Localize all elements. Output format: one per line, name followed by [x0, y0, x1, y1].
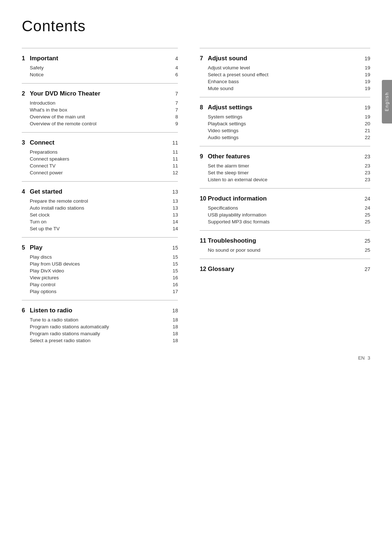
sub-item: Overview of the remote control9: [22, 120, 178, 127]
sub-item-page: 8: [169, 114, 178, 119]
sub-item: No sound or poor sound25: [200, 247, 370, 254]
sub-item-title: Playback settings: [208, 121, 362, 126]
sub-item: Set the sleep timer23: [200, 169, 370, 176]
sub-item-title: Notice: [30, 72, 169, 77]
sub-item: Preparations11: [22, 149, 178, 155]
footer-lang: EN: [358, 355, 365, 361]
section-page-4: 13: [169, 189, 178, 195]
section-2: 2Your DVD Micro Theater7Introduction7Wha…: [22, 83, 178, 132]
section-title-9: Other features: [208, 153, 362, 160]
sub-item-title: Auto install radio stations: [30, 205, 169, 211]
sub-item-page: 12: [169, 170, 178, 175]
section-num-5: 5: [22, 244, 30, 251]
sub-item-title: Specifications: [208, 205, 362, 211]
section-10: 10Product information24Specifications24U…: [200, 188, 370, 230]
section-num-7: 7: [200, 55, 208, 62]
section-title-2: Your DVD Micro Theater: [30, 90, 169, 97]
section-title-12: Glossary: [208, 266, 362, 273]
sub-item: Program radio stations manually18: [22, 330, 178, 337]
section-header-12: 12Glossary27: [200, 266, 370, 273]
sub-item-title: Safety: [30, 65, 169, 70]
sub-item-page: 15: [169, 268, 178, 274]
sub-item-title: Prepare the remote control: [30, 198, 169, 204]
sub-item-page: 11: [169, 149, 178, 155]
section-7: 7Adjust sound19Adjust volume level19Sele…: [200, 48, 370, 97]
section-num-3: 3: [22, 139, 30, 146]
section-4: 4Get started13Prepare the remote control…: [22, 181, 178, 237]
section-header-2: 2Your DVD Micro Theater7: [22, 90, 178, 97]
sub-item-page: 23: [362, 163, 370, 169]
sub-item-page: 11: [169, 163, 178, 169]
sub-item-page: 16: [169, 275, 178, 280]
section-header-5: 5Play15: [22, 244, 178, 251]
sub-item-page: 24: [362, 205, 370, 211]
footer-page: 3: [368, 355, 370, 361]
sub-item: Enhance bass19: [200, 78, 370, 85]
side-tab-label: English: [384, 92, 389, 111]
section-header-11: 11Troubleshooting25: [200, 237, 370, 244]
right-column: 7Adjust sound19Adjust volume level19Sele…: [192, 48, 370, 349]
sub-item-title: Audio settings: [208, 135, 362, 140]
sub-item-page: 7: [169, 100, 178, 106]
sub-item-title: Program radio stations manually: [30, 331, 169, 336]
sub-item: Play from USB devices15: [22, 260, 178, 267]
sub-item-page: 19: [362, 79, 370, 84]
sub-item-page: 7: [169, 107, 178, 113]
sub-item-page: 19: [362, 72, 370, 77]
section-header-3: 3Connect11: [22, 139, 178, 146]
sub-item: Prepare the remote control13: [22, 198, 178, 204]
section-num-6: 6: [22, 307, 30, 314]
sub-item-title: View pictures: [30, 275, 169, 280]
sub-item-title: Mute sound: [208, 86, 362, 91]
sub-item-page: 17: [169, 289, 178, 294]
sub-item: Playback settings20: [200, 120, 370, 127]
section-page-7: 19: [362, 56, 370, 61]
sub-item: Overview of the main unit8: [22, 113, 178, 120]
section-header-7: 7Adjust sound19: [200, 55, 370, 62]
sub-item-title: Supported MP3 disc formats: [208, 219, 362, 224]
section-num-2: 2: [22, 90, 30, 97]
section-5: 5Play15Play discs15Play from USB devices…: [22, 237, 178, 300]
section-title-3: Connect: [30, 139, 169, 146]
sub-item: Mute sound19: [200, 85, 370, 92]
sub-item-page: 16: [169, 282, 178, 287]
sub-item-page: 25: [362, 212, 370, 218]
sub-item-page: 18: [169, 338, 178, 343]
sub-item-page: 20: [362, 121, 370, 126]
sub-item: Safety4: [22, 64, 178, 71]
sub-item-title: Set the alarm timer: [208, 163, 362, 169]
section-num-1: 1: [22, 55, 30, 62]
sub-item-title: Program radio stations automatically: [30, 324, 169, 329]
sub-item: Select a preset radio station18: [22, 337, 178, 344]
sub-item: Play control16: [22, 281, 178, 288]
side-tab: English: [382, 80, 392, 123]
section-12: 12Glossary27: [200, 259, 370, 280]
section-page-11: 25: [362, 238, 370, 244]
sub-item-title: Adjust volume level: [208, 65, 362, 70]
sub-item-title: Overview of the main unit: [30, 114, 169, 119]
sub-item-title: Turn on: [30, 219, 169, 224]
sub-item-title: Play control: [30, 282, 169, 287]
section-title-5: Play: [30, 244, 169, 251]
sub-item-page: 25: [362, 219, 370, 224]
sub-item-page: 4: [169, 65, 178, 70]
sub-item-title: Introduction: [30, 100, 169, 106]
section-title-7: Adjust sound: [208, 55, 362, 62]
sub-item-title: Play DivX video: [30, 268, 169, 274]
sub-item-title: Connect power: [30, 170, 169, 175]
section-num-12: 12: [200, 266, 208, 272]
sub-item: Tune to a radio station18: [22, 316, 178, 323]
sub-item: Connect TV11: [22, 162, 178, 169]
sub-item: Turn on14: [22, 218, 178, 225]
sub-item-title: Enhance bass: [208, 79, 362, 84]
section-8: 8Adjust settings19System settings19Playb…: [200, 97, 370, 146]
sub-item: Set the alarm timer23: [200, 162, 370, 169]
section-1: 1Important4Safety4Notice6: [22, 48, 178, 83]
section-header-1: 1Important4: [22, 55, 178, 62]
section-title-4: Get started: [30, 188, 169, 195]
sub-item: Audio settings22: [200, 134, 370, 141]
sub-item-title: Play discs: [30, 254, 169, 260]
sub-item-title: No sound or poor sound: [208, 247, 362, 253]
sub-item-page: 25: [362, 247, 370, 253]
section-6: 6Listen to radio18Tune to a radio statio…: [22, 300, 178, 349]
